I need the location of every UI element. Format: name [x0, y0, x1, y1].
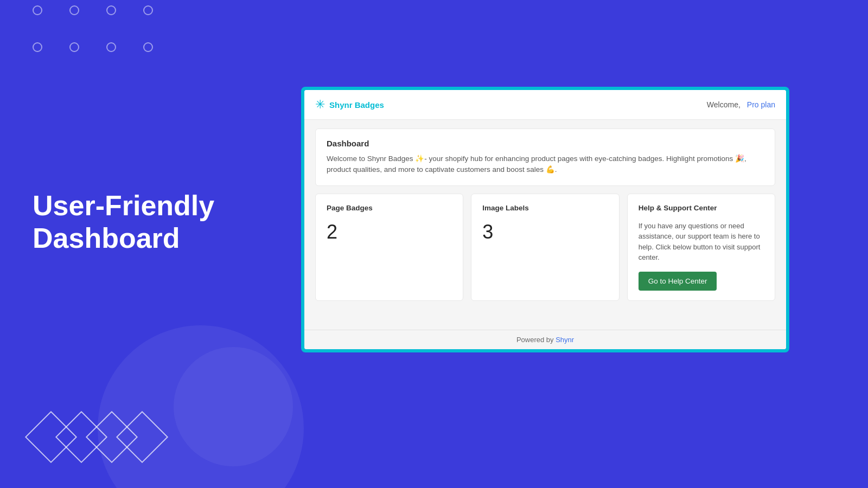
app-inner: ✳ Shynr Badges Welcome, Pro plan Dashboa…	[304, 90, 786, 349]
app-content: Dashboard Welcome to Shynr Badges ✨- you…	[304, 120, 786, 330]
cards-row: Page Badges 2 Image Labels 3 Help & Supp…	[315, 194, 775, 301]
header-right: Welcome, Pro plan	[707, 100, 775, 109]
app-window: ✳ Shynr Badges Welcome, Pro plan Dashboa…	[301, 87, 789, 352]
image-labels-card: Image Labels 3	[471, 194, 619, 301]
page-badges-card: Page Badges 2	[315, 194, 463, 301]
hero-line-2: Dashboard	[33, 222, 180, 254]
dot	[106, 5, 116, 15]
dot	[69, 42, 79, 52]
hero-text-block: User-Friendly Dashboard	[33, 190, 214, 255]
hero-line-1: User-Friendly	[33, 190, 214, 221]
shynr-footer-link[interactable]: Shynr	[556, 336, 574, 344]
dot	[69, 5, 79, 15]
pro-plan-link[interactable]: Pro plan	[747, 100, 775, 109]
support-description: If you have any questions or need assist…	[639, 221, 764, 263]
image-labels-label: Image Labels	[482, 204, 608, 212]
support-title: Help & Support Center	[639, 204, 764, 212]
dashboard-section: Dashboard Welcome to Shynr Badges ✨- you…	[315, 129, 775, 186]
app-footer: Powered by Shynr	[304, 330, 786, 349]
page-badges-label: Page Badges	[327, 204, 452, 212]
logo-area: ✳ Shynr Badges	[315, 98, 384, 112]
dot	[33, 42, 42, 52]
dots-decoration	[33, 5, 165, 64]
app-header: ✳ Shynr Badges Welcome, Pro plan	[304, 90, 786, 120]
circle-decoration-2	[174, 347, 293, 466]
logo-text: Shynr Badges	[329, 100, 384, 110]
dot	[106, 42, 116, 52]
diamonds-decoration	[33, 419, 154, 455]
image-labels-value: 3	[482, 221, 608, 243]
dashboard-description: Welcome to Shynr Badges ✨- your shopify …	[327, 153, 764, 176]
welcome-text: Welcome,	[707, 100, 741, 109]
page-badges-value: 2	[327, 221, 452, 243]
dashboard-title: Dashboard	[327, 139, 764, 148]
support-card: Help & Support Center If you have any qu…	[627, 194, 775, 301]
dot	[143, 42, 153, 52]
logo-icon: ✳	[315, 98, 325, 112]
dot	[143, 5, 153, 15]
go-to-help-center-button[interactable]: Go to Help Center	[639, 272, 717, 291]
dot	[33, 5, 42, 15]
powered-by-text: Powered by	[516, 336, 554, 344]
